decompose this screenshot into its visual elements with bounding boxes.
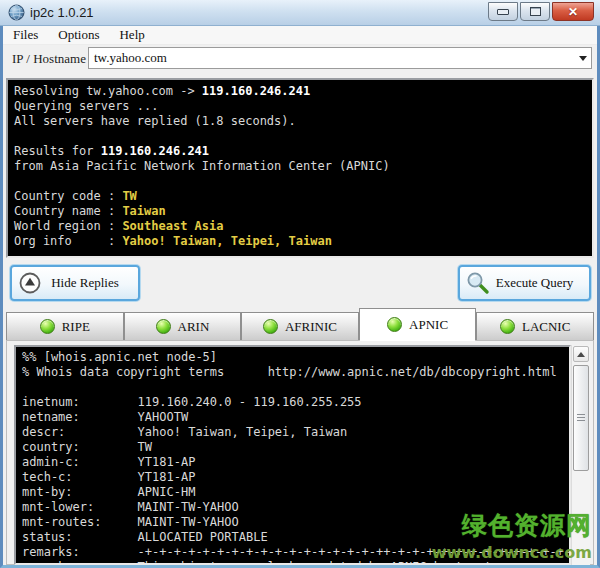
whois-line: remarks: This object can only be updated… bbox=[22, 560, 569, 565]
whois-scrollbar[interactable] bbox=[571, 345, 590, 565]
app-window: ip2c 1.0.21 ✕ FilesOptionsHelp IP / Host… bbox=[0, 0, 600, 568]
terminal-line: Querying servers ... bbox=[14, 99, 592, 114]
green-led-icon bbox=[40, 319, 55, 334]
registry-tabs: RIPEARINAFRINICAPNICLACNIC bbox=[6, 308, 594, 341]
terminal-line: Country name : Taiwan bbox=[14, 204, 592, 219]
whois-output: %% [whois.apnic.net node-5]% Whois data … bbox=[14, 345, 571, 565]
scrollbar-up-button[interactable] bbox=[573, 346, 589, 362]
whois-line: remarks: -+-+-+-+-+-+-+-+-+-+-+-+-+-+-+-… bbox=[22, 545, 569, 560]
tab-label: AFRINIC bbox=[285, 319, 337, 335]
close-button[interactable]: ✕ bbox=[552, 2, 594, 21]
close-icon: ✕ bbox=[568, 6, 578, 18]
menubar: FilesOptionsHelp bbox=[3, 26, 597, 45]
green-led-icon bbox=[387, 317, 402, 332]
terminal-line: Org info : Yahoo! Taiwan, Teipei, Taiwan bbox=[14, 234, 592, 249]
terminal-line: Resolving tw.yahoo.com -> 119.160.246.24… bbox=[14, 84, 592, 99]
tab-lacnic[interactable]: LACNIC bbox=[476, 312, 594, 341]
terminal-line bbox=[14, 129, 592, 144]
whois-line bbox=[22, 380, 569, 395]
magnifier-icon bbox=[466, 271, 490, 295]
whois-line: tech-c: YT181-AP bbox=[22, 470, 569, 485]
whois-line: mnt-by: APNIC-HM bbox=[22, 485, 569, 500]
scroll-up-arrow-icon bbox=[577, 352, 585, 357]
terminal-line: from Asia Pacific Network Information Ce… bbox=[14, 159, 592, 174]
ip-hostname-combobox[interactable]: tw.yahoo.com bbox=[88, 47, 592, 69]
tab-afrinic[interactable]: AFRINIC bbox=[241, 312, 359, 341]
whois-line: descr: Yahoo! Taiwan, Teipei, Taiwan bbox=[22, 425, 569, 440]
maximize-icon bbox=[530, 7, 541, 16]
minimize-button[interactable] bbox=[488, 2, 518, 21]
window-controls: ✕ bbox=[488, 2, 594, 21]
tab-label: LACNIC bbox=[522, 319, 570, 335]
whois-line: % Whois data copyright terms http://www.… bbox=[22, 365, 569, 380]
menu-item-help[interactable]: Help bbox=[109, 27, 154, 43]
tab-arin[interactable]: ARIN bbox=[124, 312, 242, 341]
dropdown-arrow-icon bbox=[579, 56, 587, 61]
whois-line: country: TW bbox=[22, 440, 569, 455]
resolver-output: Resolving tw.yahoo.com -> 119.160.246.24… bbox=[6, 78, 594, 258]
terminal-line: Country code : TW bbox=[14, 189, 592, 204]
execute-query-label: Execute Query bbox=[490, 275, 589, 291]
whois-line: netname: YAHOOTW bbox=[22, 410, 569, 425]
ip-hostname-value[interactable]: tw.yahoo.com bbox=[89, 50, 575, 66]
tab-apnic[interactable]: APNIC bbox=[359, 308, 477, 341]
whois-line: inetnum: 119.160.240.0 - 119.160.255.255 bbox=[22, 395, 569, 410]
whois-line: %% [whois.apnic.net node-5] bbox=[22, 350, 569, 365]
titlebar[interactable]: ip2c 1.0.21 ✕ bbox=[0, 0, 600, 26]
tab-ripe[interactable]: RIPE bbox=[6, 312, 124, 341]
tab-label: APNIC bbox=[409, 317, 448, 333]
whois-line: admin-c: YT181-AP bbox=[22, 455, 569, 470]
scrollbar-thumb[interactable] bbox=[573, 365, 589, 471]
green-led-icon bbox=[156, 319, 171, 334]
execute-query-button[interactable]: Execute Query bbox=[458, 265, 591, 301]
hide-replies-label: Hide Replies bbox=[42, 275, 138, 291]
globe-icon bbox=[8, 4, 25, 21]
tab-label: ARIN bbox=[178, 319, 210, 335]
terminal-line: All servers have replied (1.8 seconds). bbox=[14, 114, 592, 129]
whois-line: mnt-lower: MAINT-TW-YAHOO bbox=[22, 500, 569, 515]
window-title: ip2c 1.0.21 bbox=[30, 5, 94, 20]
ip-hostname-label: IP / Hostname bbox=[12, 51, 86, 67]
tab-label: RIPE bbox=[62, 319, 90, 335]
whois-line: status: ALLOCATED PORTABLE bbox=[22, 530, 569, 545]
hide-replies-button[interactable]: Hide Replies bbox=[10, 265, 140, 301]
terminal-line bbox=[14, 174, 592, 189]
green-led-icon bbox=[500, 319, 515, 334]
maximize-button[interactable] bbox=[520, 2, 550, 21]
combobox-dropdown-button[interactable] bbox=[575, 48, 591, 68]
up-arrow-circle-icon bbox=[18, 271, 42, 295]
menu-item-files[interactable]: Files bbox=[3, 27, 48, 43]
terminal-line: World region : Southeast Asia bbox=[14, 219, 592, 234]
minimize-icon bbox=[497, 9, 509, 15]
whois-line: mnt-routes: MAINT-TW-YAHOO bbox=[22, 515, 569, 530]
terminal-line: Results for 119.160.246.241 bbox=[14, 144, 592, 159]
menu-item-options[interactable]: Options bbox=[48, 27, 109, 43]
green-led-icon bbox=[263, 319, 278, 334]
scrollbar-grip bbox=[577, 414, 585, 422]
